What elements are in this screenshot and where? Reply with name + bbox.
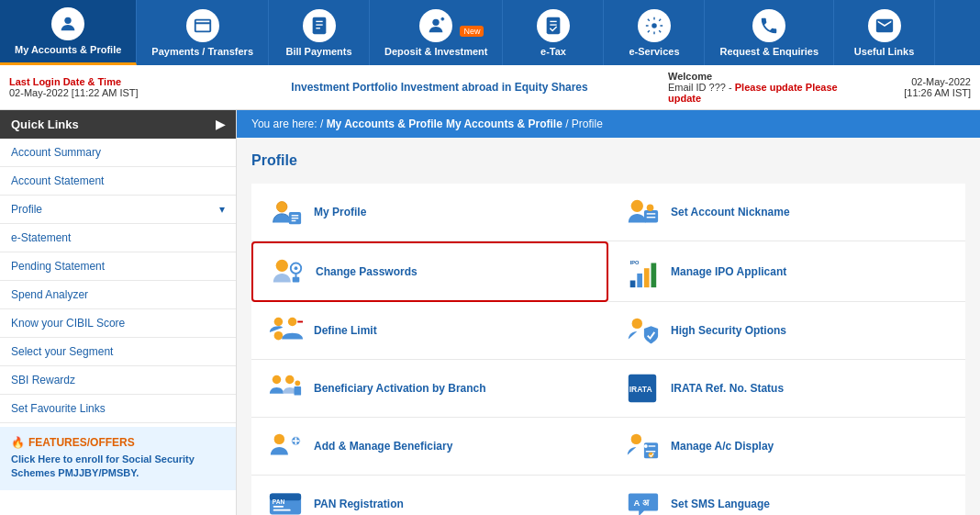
sidebar-arrow-icon: ▶ — [216, 118, 225, 131]
svg-point-12 — [277, 202, 287, 212]
sidebar-header: Quick Links ▶ — [0, 110, 236, 139]
time-value: [11:26 AM IST] — [852, 87, 971, 98]
menu-item-define-limit[interactable]: Define Limit — [251, 302, 608, 360]
svg-point-33 — [288, 318, 297, 327]
manage-ipo-icon: IPO — [623, 252, 662, 291]
irata-icon: IRATA — [623, 369, 662, 408]
sidebar-item-account-statement[interactable]: Account Statement — [0, 167, 236, 196]
profile-section: Profile My Profile — [237, 138, 980, 515]
svg-rect-18 — [644, 210, 658, 222]
define-limit-icon — [266, 311, 305, 350]
nav-item-my-accounts[interactable]: My Accounts & Profile — [0, 0, 137, 65]
nav-label-deposit: Deposit & Investment — [384, 46, 487, 57]
info-bar: Last Login Date & Time 02-May-2022 [11:2… — [0, 65, 980, 110]
breadcrumb-accounts[interactable]: My Accounts & Profile — [327, 118, 443, 130]
menu-item-sms-language[interactable]: A अ Set SMS Language — [608, 476, 965, 515]
breadcrumb: You are here: / My Accounts & Profile My… — [237, 110, 980, 138]
sidebar-item-segment[interactable]: Select your Segment — [0, 338, 236, 366]
nav-item-payments[interactable]: Payments / Transfers — [137, 0, 269, 65]
nav-item-deposit[interactable]: Deposit & Investment New — [370, 0, 503, 65]
nav-label-useful: Useful Links — [854, 46, 914, 57]
nav-label-my-accounts: My Accounts & Profile — [15, 44, 121, 55]
manage-ipo-label: Manage IPO Applicant — [671, 265, 786, 278]
menu-item-change-passwords[interactable]: Change Passwords — [251, 241, 608, 302]
svg-rect-28 — [637, 273, 642, 286]
last-login-label: Last Login Date & Time — [9, 76, 211, 87]
nav-label-payments: Payments / Transfers — [151, 46, 253, 57]
svg-point-40 — [295, 380, 300, 386]
last-login-section: Last Login Date & Time 02-May-2022 [11:2… — [9, 76, 211, 98]
features-box: 🔥 FEATURES/OFFERS Click Here to enroll f… — [0, 427, 236, 490]
manage-ac-icon — [623, 427, 662, 465]
please-update[interactable]: Please update — [735, 82, 803, 93]
date-time-section: 02-May-2022 [11:26 AM IST] — [852, 76, 971, 98]
sidebar-item-rewardz[interactable]: SBI Rewardz — [0, 366, 236, 395]
svg-point-5 — [433, 18, 440, 25]
nav-label-request: Request & Enquiries — [719, 46, 819, 57]
bill-payments-icon — [303, 9, 336, 42]
menu-item-irata[interactable]: IRATA IRATA Ref. No. Status — [608, 360, 965, 418]
last-login-value: 02-May-2022 [11:22 AM IST] — [9, 87, 211, 98]
pan-label: PAN Registration — [314, 498, 404, 510]
svg-point-11 — [651, 23, 657, 28]
sidebar-item-estatement[interactable]: e-Statement — [0, 224, 236, 252]
add-beneficiary-label: Add & Manage Beneficiary — [314, 440, 452, 453]
features-title: 🔥 FEATURES/OFFERS — [11, 436, 225, 449]
breadcrumb-you-are-here: You are here: / — [251, 118, 323, 130]
features-text[interactable]: Click Here to enroll for Social Security… — [11, 453, 225, 481]
nav-item-etax[interactable]: e-Tax — [503, 0, 604, 65]
breadcrumb-accounts-link: My Accounts & Profile — [446, 118, 562, 130]
svg-point-34 — [274, 331, 284, 341]
svg-point-36 — [632, 319, 642, 329]
sidebar-item-spend-analyzer[interactable]: Spend Analyzer — [0, 281, 236, 309]
breadcrumb-sep: / — [565, 118, 572, 130]
date-value: 02-May-2022 — [852, 76, 971, 87]
change-passwords-icon — [268, 252, 306, 291]
svg-point-32 — [274, 318, 284, 327]
svg-text:PAN: PAN — [273, 498, 285, 505]
svg-rect-29 — [644, 268, 650, 287]
menu-item-beneficiary-branch[interactable]: Beneficiary Activation by Branch — [251, 360, 608, 418]
deposit-icon — [419, 9, 452, 42]
svg-rect-56 — [273, 506, 284, 508]
menu-item-my-profile[interactable]: My Profile — [251, 184, 608, 241]
sidebar-item-account-summary[interactable]: Account Summary — [0, 139, 236, 167]
svg-point-38 — [285, 375, 295, 385]
svg-rect-57 — [273, 509, 291, 511]
sidebar-item-favourite[interactable]: Set Favourite Links — [0, 395, 236, 423]
nav-item-bill-payments[interactable]: Bill Payments — [269, 0, 370, 65]
my-profile-label: My Profile — [314, 206, 366, 218]
high-security-icon — [623, 311, 662, 350]
nav-item-request[interactable]: Request & Enquiries — [705, 0, 834, 65]
sidebar: Quick Links ▶ Account Summary Account St… — [0, 110, 237, 515]
menu-item-manage-ipo[interactable]: IPO Manage IPO Applicant — [608, 241, 965, 302]
nav-item-eservices[interactable]: e-Services — [604, 0, 705, 65]
add-beneficiary-icon — [266, 427, 305, 465]
menu-item-set-nickname[interactable]: Set Account Nickname — [608, 184, 965, 241]
sidebar-item-profile[interactable]: Profile ▾ — [0, 196, 236, 224]
marquee-text: Investment Portfolio Investment abroad i… — [211, 81, 668, 94]
menu-item-manage-ac[interactable]: Manage A/c Display — [608, 418, 965, 476]
nav-item-useful[interactable]: Useful Links — [834, 0, 935, 65]
menu-item-pan[interactable]: PAN PAN Registration — [251, 476, 608, 515]
svg-text:IRATA: IRATA — [629, 385, 652, 394]
my-profile-icon — [266, 193, 305, 231]
define-limit-label: Define Limit — [314, 324, 377, 337]
sms-language-icon: A अ — [623, 485, 662, 515]
eservices-icon — [638, 9, 671, 42]
profile-label: Profile — [11, 203, 42, 216]
menu-item-high-security[interactable]: High Security Options — [608, 302, 965, 360]
svg-point-49 — [644, 444, 648, 448]
profile-dropdown-arrow: ▾ — [219, 203, 225, 216]
sidebar-item-pending-statement[interactable]: Pending Statement — [0, 252, 236, 281]
svg-rect-30 — [651, 263, 657, 287]
svg-text:A अ: A अ — [634, 498, 650, 508]
profile-menu-grid: My Profile Set Account N — [251, 184, 965, 515]
set-nickname-icon — [623, 193, 662, 231]
sidebar-item-cibil[interactable]: Know your CIBIL Score — [0, 309, 236, 338]
menu-item-add-beneficiary[interactable]: Add & Manage Beneficiary — [251, 418, 608, 476]
sms-language-label: Set SMS Language — [671, 498, 770, 510]
email-text: Email ID ??? - — [668, 82, 732, 93]
main-layout: Quick Links ▶ Account Summary Account St… — [0, 110, 980, 515]
svg-point-43 — [274, 434, 284, 444]
